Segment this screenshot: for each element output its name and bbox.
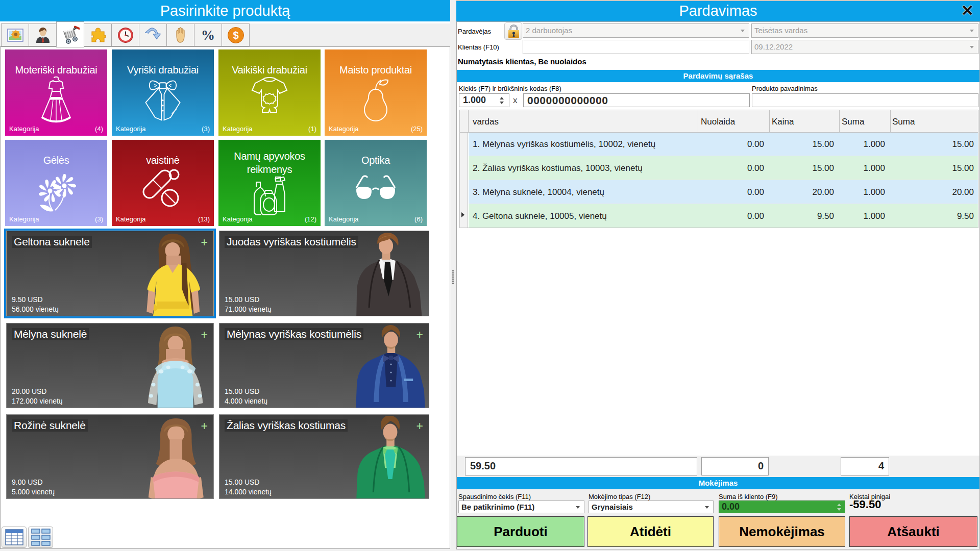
svg-text:$: $ (233, 30, 238, 41)
